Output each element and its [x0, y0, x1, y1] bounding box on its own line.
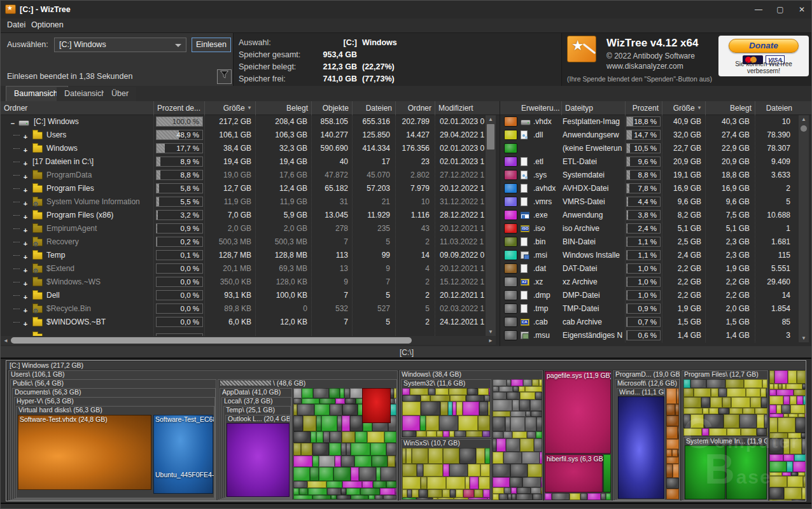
- expand-icon[interactable]: +: [22, 197, 29, 209]
- expand-icon[interactable]: +: [22, 304, 29, 316]
- scroll-thumb[interactable]: [11, 337, 412, 344]
- folder-vscrollbar[interactable]: ▲ ▼: [486, 115, 496, 336]
- col-objekte[interactable]: Objekte: [311, 101, 352, 115]
- treemap-block-green-sliver[interactable]: [603, 454, 611, 492]
- treemap-group-windows[interactable]: Windows\ (38,4 GB) System32\ (11,6 GB) W…: [399, 370, 543, 501]
- filetype-row[interactable]: .exeAnwendung3,8 %8,2 GB7,5 GB10.688: [500, 209, 812, 222]
- col-belegt[interactable]: Belegt: [255, 101, 311, 115]
- col-erweiterung[interactable]: Erweiteru...: [518, 101, 561, 115]
- filetype-row[interactable]: .dmpDMP-Datei1,0 %2,2 GB2,2 GB14: [500, 289, 812, 302]
- expand-icon[interactable]: +: [22, 211, 29, 222]
- folder-row[interactable]: +Windows17,7 %38,4 GB32,3 GB590.690414.3…: [1, 142, 500, 155]
- maximize-button[interactable]: ▢: [769, 1, 791, 18]
- treemap-group-system32[interactable]: System32\ (11,6 GB): [401, 379, 491, 438]
- menu-optionen[interactable]: Optionen: [31, 20, 64, 29]
- filter-button[interactable]: [217, 69, 232, 84]
- treemap-group-microsoft[interactable]: Microsoft\ (12,6 GB) Wind... (11,1 GB): [615, 379, 680, 500]
- scroll-up-icon[interactable]: ▲: [486, 116, 496, 122]
- treemap-group-windefender[interactable]: Wind... (11,1 GB): [617, 388, 665, 499]
- filetype-row[interactable]: (keine Erweiterun10,5 %22,7 GB22,9 GB78.…: [500, 142, 812, 155]
- title-bar[interactable]: ★ [C:] - WizTree — ▢ ✕: [1, 1, 812, 18]
- filetype-row[interactable]: .tmpTMP-Datei0,9 %1,9 GB2,0 GB1.854: [500, 302, 812, 316]
- folder-row[interactable]: +[17 Dateien in C:\]8,9 %19,4 GB19,4 GB4…: [1, 155, 500, 169]
- treemap-block-hiberfil[interactable]: hiberfil.sys (6,3 GB): [545, 454, 603, 492]
- treemap-group-winsxs[interactable]: WinSxS\ (10,7 GB): [401, 439, 491, 500]
- folder-row[interactable]: −[C:] Windows100,0 %217,2 GB208,4 GB858.…: [1, 115, 500, 129]
- scroll-up-icon[interactable]: ▲: [799, 116, 809, 122]
- expand-icon[interactable]: +: [22, 171, 29, 182]
- folder-row[interactable]: +$Recycle.Bin0,0 %89,8 KB0532527502.03.2…: [1, 302, 500, 316]
- expand-icon[interactable]: +: [22, 251, 29, 262]
- expand-icon[interactable]: +: [22, 157, 29, 169]
- treemap-group-user2[interactable]: \ (48,6 GB) AppData\ (41,0 GB) Local\ (3…: [218, 379, 397, 500]
- folder-row[interactable]: +Temp0,1 %128,7 MB128,8 MB113991409.09.2…: [1, 249, 500, 262]
- treemap-block-vhdx2[interactable]: Software-Test_EC687 (12,3 GB) Ubuntu_445…: [153, 415, 213, 494]
- treemap-block-green[interactable]: [726, 445, 767, 499]
- treemap-mosaic-rootfiles[interactable]: [545, 493, 611, 500]
- treemap-group-documents[interactable]: Documents\ (56,3 GB) Hyper-V\ (56,3 GB) …: [12, 388, 216, 499]
- filetype-row[interactable]: .msuEigenständiges N0,6 %1,4 GB1,4 GB3: [500, 329, 812, 342]
- expand-icon[interactable]: +: [22, 144, 29, 155]
- scan-button[interactable]: Einlesen: [192, 38, 231, 52]
- treemap-mosaic-right[interactable]: [769, 370, 806, 501]
- treemap-group-programdata[interactable]: ProgramD... (19,0 GB) Microsoft\ (12,6 G…: [613, 370, 680, 501]
- folder-row[interactable]: +Recovery0,2 %500,3 MB500,3 MB75211.03.2…: [1, 235, 500, 249]
- website-link[interactable]: www.diskanalyzer.com: [606, 62, 683, 71]
- col-groesse[interactable]: Größe ▼: [662, 101, 705, 115]
- expand-icon[interactable]: +: [22, 184, 29, 195]
- col-dateien[interactable]: Dateien: [352, 101, 395, 115]
- folder-row[interactable]: +$WINDOWS.~BT0,0 %6,0 KB12,0 KB75224.12.…: [1, 316, 500, 329]
- treemap-mosaic-user-files[interactable]: [293, 388, 396, 499]
- folder-row[interactable]: +ProgramData8,8 %19,0 GB17,6 GB47.87245.…: [1, 169, 500, 182]
- treemap-mosaic-windows-other[interactable]: [493, 379, 542, 500]
- treemap-block-red[interactable]: [362, 388, 391, 423]
- treemap-group-appdata[interactable]: AppData\ (41,0 GB) Local\ (37,8 GB) Temp…: [220, 388, 292, 499]
- folder-row[interactable]: +$Windows.~WS0,0 %350,0 KB128,0 KB97215.…: [1, 275, 500, 289]
- folder-row[interactable]: +System Volume Information5,5 %11,9 GB11…: [1, 195, 500, 209]
- filetype-row[interactable]: .binBIN-Datei1,1 %2,5 GB2,3 GB1.681: [500, 235, 812, 249]
- treemap-group-outlook[interactable]: Outlook L... (20,4 GB): [225, 415, 290, 498]
- filetype-row[interactable]: .dllAnwendungserw14,7 %32,0 GB27,4 GB78.…: [500, 129, 812, 142]
- expand-icon[interactable]: +: [22, 317, 29, 329]
- treemap-block-vhdx1[interactable]: Software-Test.vhdx (24,8 GB): [18, 415, 151, 490]
- treemap-group-public[interactable]: Public\ (56,4 GB) Documents\ (56,3 GB) H…: [10, 379, 216, 500]
- folder-row[interactable]: +Program Files (x86)3,2 %7,0 GB5,9 GB13.…: [1, 209, 500, 222]
- expand-icon[interactable]: +: [22, 224, 29, 235]
- treemap-block-pagefile[interactable]: pagefile.sys (11,9 GB): [545, 371, 611, 454]
- col-dateien[interactable]: Dateien: [755, 101, 795, 115]
- col-prozent[interactable]: Prozent de...: [153, 101, 204, 115]
- col-ordner[interactable]: Ordner: [1, 101, 153, 115]
- folder-row[interactable]: +Program Files5,8 %12,7 GB12,4 GB65.1825…: [1, 182, 500, 195]
- filetype-row[interactable]: .vhdxFestplatten-Imag18,8 %40,9 GB40,3 G…: [500, 115, 812, 129]
- treemap-group-hyperv[interactable]: Hyper-V\ (56,3 GB) Virtual hard disks\ (…: [14, 397, 215, 499]
- scroll-thumb[interactable]: [801, 125, 807, 132]
- col-prozent[interactable]: Prozent: [625, 101, 662, 115]
- scroll-right-icon[interactable]: ►: [486, 338, 496, 344]
- treemap-block-outlook[interactable]: [227, 423, 290, 497]
- folder-hscrollbar[interactable]: ◄ ►: [1, 336, 496, 345]
- col-groesse[interactable]: Größe ▼: [204, 101, 255, 115]
- treemap-group-users[interactable]: Users\ (106,1 GB) Public\ (56,4 GB) Docu…: [8, 370, 398, 501]
- col-belegt[interactable]: Belegt: [705, 101, 755, 115]
- treemap-mosaic-programfiles[interactable]: [683, 379, 767, 436]
- folder-row[interactable]: +Users48,9 %106,1 GB106,3 GB140.277125.8…: [1, 129, 500, 142]
- filetype-row[interactable]: .etlETL-Datei9,6 %20,9 GB20,9 GB9.409: [500, 155, 812, 169]
- col-ordner2[interactable]: Ordner: [395, 101, 435, 115]
- scroll-thumb[interactable]: [487, 124, 494, 150]
- close-button[interactable]: ✕: [791, 1, 812, 18]
- filetype-vscrollbar[interactable]: ▲ ▼: [799, 115, 809, 342]
- folder-row[interactable]: +EmpirumAgent0,9 %2,0 GB2,0 GB2782354320…: [1, 222, 500, 235]
- scroll-down-icon[interactable]: ▼: [486, 329, 496, 335]
- folder-row[interactable]: +$Extend0,0 %20,1 MB69,3 MB139420.12.202…: [1, 262, 500, 275]
- menu-datei[interactable]: Datei: [7, 20, 25, 29]
- treemap-group-temp[interactable]: Temp\ (25,1 GB) Outlook L... (20,4 GB): [223, 406, 291, 498]
- treemap-mosaic-programdata[interactable]: [666, 388, 679, 499]
- filetype-row[interactable]: CA.cabcab Archive0,7 %1,5 GB1,5 GB85: [500, 316, 812, 329]
- treemap-block-navy[interactable]: [618, 396, 664, 499]
- filetype-row[interactable]: .msiWindows Installe1,1 %2,4 GB2,3 GB115: [500, 249, 812, 262]
- col-modifiziert[interactable]: Modifiziert: [435, 101, 486, 115]
- filetype-row[interactable]: .avhdxAVHDX-Datei7,8 %16,9 GB16,9 GB2: [500, 182, 812, 195]
- expand-icon[interactable]: +: [22, 277, 29, 289]
- minimize-button[interactable]: —: [748, 1, 769, 18]
- scroll-down-icon[interactable]: ▼: [799, 335, 809, 341]
